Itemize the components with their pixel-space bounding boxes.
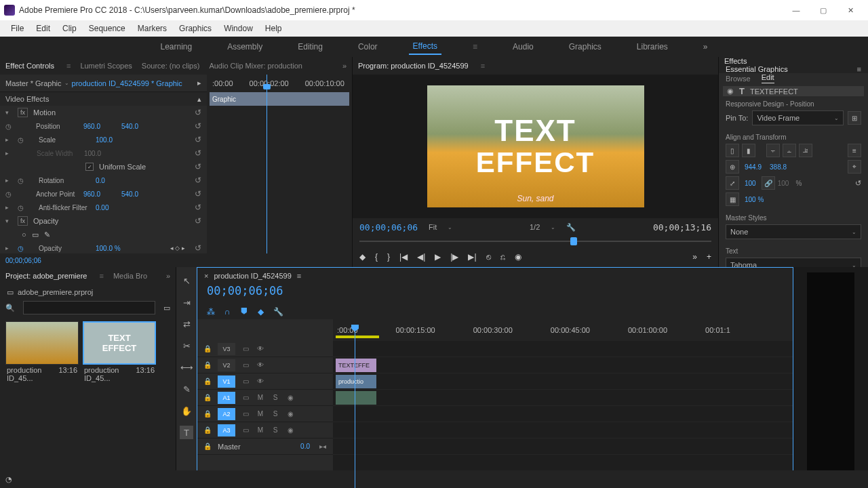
twirl-icon[interactable]: ▾ [5,109,12,116]
panel-menu-icon[interactable]: ≡ [66,62,71,70]
track-header-a2[interactable]: 🔒A2▭MS◉ [197,406,333,422]
program-monitor[interactable]: TEXT EFFECT Sun, sand [353,75,718,218]
add-marker-icon[interactable]: ⛊ [240,307,248,317]
menu-markers[interactable]: Markers [132,22,172,35]
ec-current-timecode[interactable]: 00;00;06;06 [5,257,41,264]
graphics-layer-row[interactable]: ◉ T TEXTEFFECT [723,86,864,96]
sync-lock-icon[interactable]: ▭ [241,394,250,401]
align-center-h-icon[interactable]: ▮ [742,144,755,157]
sync-lock-icon[interactable]: ▭ [241,426,250,434]
mark-out-button[interactable]: } [387,252,390,262]
reset-icon[interactable]: ↺ [195,216,201,226]
track-v3[interactable] [333,341,793,357]
track-select-tool[interactable]: ⇥ [180,296,193,309]
ellipse-mask-icon[interactable]: ○ [5,230,26,239]
project-item[interactable]: production ID_45...13:16 [5,321,79,384]
mute-button[interactable]: M [256,410,265,418]
maximize-button[interactable]: ▢ [810,0,837,20]
go-to-out-button[interactable]: ▶| [468,252,476,262]
stopwatch-icon[interactable]: ◷ [18,245,24,252]
ec-clip-ref[interactable]: production ID_4524599 * Graphic [72,79,182,87]
track-header-a1[interactable]: 🔒A1▭MS◉ [197,390,333,406]
transform-pos-x[interactable]: 944.9 [742,163,764,171]
reset-icon[interactable]: ↺ [195,189,201,199]
master-style-select[interactable]: None⌄ [726,224,861,239]
tabs-overflow-icon[interactable]: » [166,272,170,280]
tab-project[interactable]: Project: adobe_premiere [5,272,87,280]
reset-icon[interactable]: ↺ [195,162,201,171]
twirl-icon[interactable]: ▾ [5,218,12,224]
export-frame-button[interactable]: ◉ [515,252,521,262]
chevron-down-icon[interactable]: ⌄ [64,80,69,86]
graphics-clip[interactable]: TEXTEFFE [336,359,376,372]
twirl-icon[interactable]: ▸ [5,245,12,251]
selection-tool[interactable]: ↖ [180,274,193,287]
stopwatch-icon[interactable]: ◷ [18,136,24,144]
zoom-fit-select[interactable]: Fit [429,223,437,231]
audio-clip[interactable] [336,391,376,405]
lock-icon[interactable]: 🔒 [203,378,212,385]
panel-menu-icon[interactable]: ≡ [99,272,103,280]
workspace-color[interactable]: Color [354,39,382,54]
scale-value[interactable]: 100.0 [96,136,128,144]
search-icon[interactable]: 🔍 [5,304,15,312]
bin-icon[interactable]: ▭ [7,288,14,297]
tab-media-browser[interactable]: Media Bro [113,272,147,280]
layer-name[interactable]: TEXTEFFECT [750,87,798,96]
reset-icon[interactable]: ↺ [195,121,201,131]
track-master[interactable] [333,439,793,455]
solo-button[interactable]: S [271,426,280,434]
video-clip[interactable]: productio [336,375,376,388]
menu-help[interactable]: Help [260,22,288,35]
menu-clip[interactable]: Clip [57,22,82,35]
opacity-effect-label[interactable]: Opacity [33,217,58,225]
wrench-icon[interactable]: 🔧 [566,223,576,232]
reset-icon[interactable]: ↺ [195,135,201,144]
step-forward-button[interactable]: |▶ [450,252,458,262]
workspace-effects-menu-icon[interactable]: ≡ [469,39,481,54]
tab-effects-right[interactable]: Effects [724,57,747,65]
track-a2[interactable] [333,406,793,422]
project-search-input[interactable] [23,301,155,314]
position-y[interactable]: 540.0 [121,123,154,130]
ripple-edit-tool[interactable]: ⇄ [180,317,193,331]
menu-window[interactable]: Window [218,22,258,35]
reset-icon[interactable]: ↺ [195,243,201,253]
chevron-down-icon[interactable]: ⌄ [448,224,452,230]
new-bin-icon[interactable]: ▭ [163,304,170,312]
slip-tool[interactable]: ⟷ [180,361,193,374]
toggle-track-output-icon[interactable]: 👁 [256,345,265,352]
timeline-ruler[interactable]: :00:00 00:00:15:00 00:00:30:00 00:00:45:… [333,319,793,341]
ess-tab-edit[interactable]: Edit [762,73,774,83]
lock-icon[interactable]: 🔒 [203,394,212,401]
mute-button[interactable]: M [256,426,265,434]
lock-icon[interactable]: 🔒 [203,410,212,418]
tab-lumetri-scopes[interactable]: Lumetri Scopes [80,62,132,70]
workspace-audio[interactable]: Audio [509,39,538,54]
twirl-icon[interactable]: ▸ [5,136,12,143]
track-a1[interactable] [333,390,793,406]
go-to-in-button[interactable]: |◀ [399,252,408,262]
align-bottom-icon[interactable]: ⫡ [799,144,812,157]
voice-over-icon[interactable]: ◉ [285,410,295,418]
rotation-value[interactable]: 0.0 [96,177,128,184]
program-timecode-in[interactable]: 00;00;06;06 [359,222,418,232]
work-area-bar[interactable] [336,336,379,338]
eye-icon[interactable]: ◉ [727,87,734,96]
twirl-icon[interactable]: ▸ [5,204,12,211]
transform-opacity[interactable]: 100 % [742,196,766,203]
razor-tool[interactable]: ✂ [180,339,193,352]
tab-program[interactable]: Program: production ID_4524599 [358,62,469,70]
track-header-a3[interactable]: 🔒A3▭MS◉ [197,422,333,439]
track-header-v1[interactable]: 🔒V1▭👁 [197,373,333,390]
toggle-track-output-icon[interactable]: 👁 [256,361,265,369]
track-header-v2[interactable]: 🔒V2▭👁 [197,357,333,373]
tabs-overflow-icon[interactable]: » [342,62,347,70]
timeline-tracks-area[interactable]: :00:00 00:00:15:00 00:00:30:00 00:00:45:… [333,319,793,488]
play-icon[interactable]: ▸ [197,79,201,87]
solo-button[interactable]: S [271,410,280,418]
anchor-x[interactable]: 960.0 [83,190,116,198]
flicker-value[interactable]: 0.00 [96,204,128,211]
voice-over-icon[interactable]: ◉ [285,426,295,434]
close-button[interactable]: ✕ [837,0,864,20]
